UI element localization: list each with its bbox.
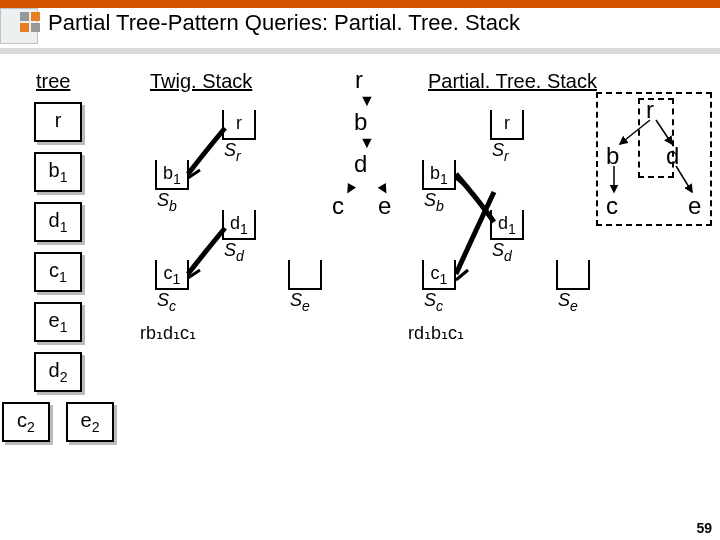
stack-sc-label: Sc bbox=[157, 290, 176, 314]
title-shadow bbox=[0, 48, 720, 54]
pt-se-label: Se bbox=[558, 290, 578, 314]
pt-se-cell bbox=[556, 260, 590, 290]
pt-sc-cell: c1 bbox=[422, 260, 456, 290]
pt-path: rd₁b₁c₁ bbox=[408, 322, 464, 344]
query-node-c: c bbox=[332, 192, 344, 220]
query-node-r: r bbox=[355, 66, 363, 94]
stack-se-label: Se bbox=[290, 290, 310, 314]
pt-sc-label: Sc bbox=[424, 290, 443, 314]
stack-sr-label: Sr bbox=[224, 140, 241, 164]
page-number: 59 bbox=[696, 520, 712, 536]
pt-sb-label: Sb bbox=[424, 190, 444, 214]
svg-line-2 bbox=[456, 178, 468, 188]
svg-line-0 bbox=[188, 170, 200, 178]
stack-sd-cell: d1 bbox=[222, 210, 256, 240]
slide-content: tree r b1 d1 c1 e1 d2 c2 e2 Twig. Stack … bbox=[0, 62, 720, 540]
pt-sb-cell: b1 bbox=[422, 160, 456, 190]
stack-sb-label: Sb bbox=[157, 190, 177, 214]
tree-label: tree bbox=[36, 70, 70, 93]
stack-se-cell bbox=[288, 260, 322, 290]
stack-sc-cell: c1 bbox=[155, 260, 189, 290]
pt-sd-cell: d1 bbox=[490, 210, 524, 240]
pt-query-b: b bbox=[606, 142, 619, 170]
pt-query-e: e bbox=[688, 192, 701, 220]
tree-node-r: r bbox=[34, 102, 82, 142]
pt-query-r: r bbox=[646, 96, 654, 124]
query-node-b: b bbox=[354, 108, 367, 136]
title-bar: Partial Tree-Pattern Queries: Partial. T… bbox=[0, 0, 720, 48]
orange-strip bbox=[0, 0, 720, 8]
pt-sr-cell: r bbox=[490, 110, 524, 140]
tree-node-d1: d1 bbox=[34, 202, 82, 242]
stack-sr-cell: r bbox=[222, 110, 256, 140]
stack-sb-cell: b1 bbox=[155, 160, 189, 190]
tree-node-c1: c1 bbox=[34, 252, 82, 292]
pt-sd-label: Sd bbox=[492, 240, 512, 264]
logo-square bbox=[31, 23, 40, 32]
tree-node-d2: d2 bbox=[34, 352, 82, 392]
svg-line-1 bbox=[188, 270, 200, 278]
ptstack-label: Partial. Tree. Stack bbox=[428, 70, 597, 93]
logo-square bbox=[31, 12, 40, 21]
pt-query-d: d bbox=[666, 142, 679, 170]
pt-query-c: c bbox=[606, 192, 618, 220]
logo-square bbox=[20, 12, 29, 21]
tree-node-c2: c2 bbox=[2, 402, 50, 442]
tree-node-e2: e2 bbox=[66, 402, 114, 442]
tree-node-e1: e1 bbox=[34, 302, 82, 342]
slide-title: Partial Tree-Pattern Queries: Partial. T… bbox=[48, 10, 520, 36]
query-node-e: e bbox=[378, 192, 391, 220]
stack-sd-label: Sd bbox=[224, 240, 244, 264]
pt-sr-label: Sr bbox=[492, 140, 509, 164]
svg-line-3 bbox=[456, 270, 468, 280]
query-node-d: d bbox=[354, 150, 367, 178]
tree-node-b1: b1 bbox=[34, 152, 82, 192]
logo-square bbox=[20, 23, 29, 32]
twig-path: rb₁d₁c₁ bbox=[140, 322, 196, 344]
twigstack-label: Twig. Stack bbox=[150, 70, 252, 93]
